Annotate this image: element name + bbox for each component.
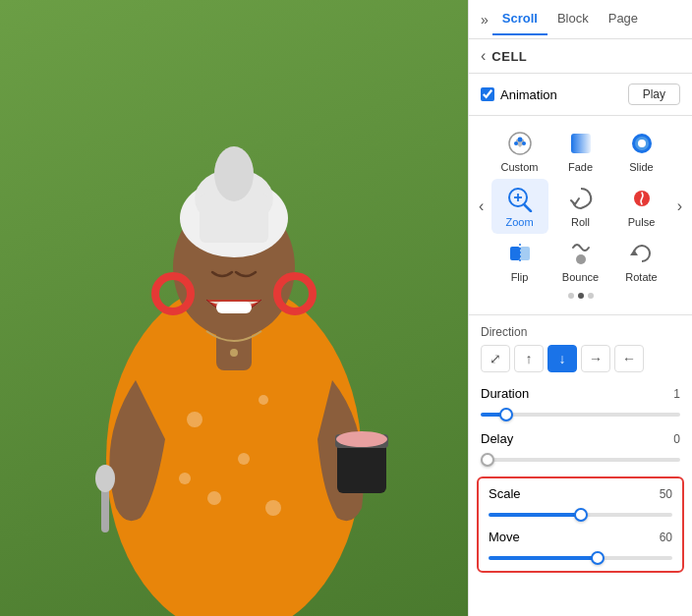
pulse-icon-box	[626, 185, 658, 212]
animation-checkbox-label[interactable]: Animation	[481, 87, 557, 102]
play-button[interactable]: Play	[628, 84, 680, 105]
nav-right-arrow[interactable]: ›	[675, 194, 684, 219]
duration-slider[interactable]	[481, 413, 680, 417]
dir-btn-up[interactable]: ↑	[514, 345, 544, 372]
pagination-dots	[477, 293, 684, 299]
svg-point-17	[95, 465, 115, 492]
dir-btn-down[interactable]: ↓	[548, 345, 577, 372]
svg-point-4	[259, 395, 268, 405]
cell-label: CELL	[491, 49, 527, 64]
tabs-row: » Scroll Block Page	[469, 0, 692, 39]
roll-icon-box	[565, 185, 597, 212]
delay-row: Delay 0	[481, 431, 680, 446]
bounce-icon	[567, 240, 595, 267]
svg-point-6	[265, 500, 281, 516]
scale-slider[interactable]	[489, 513, 672, 517]
breadcrumb: ‹ CELL	[469, 39, 692, 74]
dir-btn-diagonal[interactable]: ⤢	[481, 345, 510, 372]
slide-label: Slide	[629, 161, 653, 173]
divider-2	[469, 314, 692, 315]
custom-icon	[506, 130, 534, 157]
animation-row: Animation Play	[469, 74, 692, 113]
nav-left-arrow[interactable]: ‹	[477, 194, 486, 219]
right-panel: » Scroll Block Page ‹ CELL Animation Pla…	[468, 0, 692, 616]
svg-marker-39	[630, 250, 638, 255]
svg-point-5	[179, 473, 191, 484]
flip-label: Flip	[511, 271, 529, 283]
delay-label: Delay	[481, 431, 513, 446]
svg-rect-26	[571, 134, 591, 153]
tab-block[interactable]: Block	[548, 3, 599, 35]
svg-point-25	[514, 141, 518, 145]
anim-roll[interactable]: Roll	[552, 179, 609, 234]
duration-value: 1	[661, 387, 680, 401]
svg-point-2	[238, 453, 250, 465]
back-arrow-icon[interactable]: ‹	[481, 47, 486, 65]
svg-point-1	[187, 412, 202, 427]
animation-grid: Custom	[469, 118, 692, 312]
divider-1	[469, 115, 692, 116]
flip-icon	[506, 240, 534, 267]
anim-custom[interactable]: Custom	[491, 124, 548, 179]
svg-point-24	[522, 141, 526, 145]
scale-label: Scale	[489, 486, 521, 501]
anim-items-row1: Custom	[477, 124, 684, 179]
anim-fade[interactable]: Fade	[552, 124, 609, 179]
dot-3	[588, 293, 594, 299]
zoom-icon-box	[504, 185, 536, 212]
duration-row: Duration 1	[481, 386, 680, 401]
slide-icon-box	[626, 130, 658, 157]
collapse-button[interactable]: »	[477, 8, 492, 31]
anim-slide[interactable]: Slide	[613, 124, 670, 179]
tab-scroll[interactable]: Scroll	[492, 3, 548, 35]
anim-rotate[interactable]: Rotate	[613, 234, 670, 289]
delay-slider[interactable]	[481, 458, 680, 462]
svg-rect-35	[510, 247, 520, 260]
svg-point-23	[517, 138, 522, 142]
bounce-label: Bounce	[562, 271, 599, 283]
scale-row: Scale 50	[489, 486, 672, 501]
svg-rect-13	[216, 302, 252, 313]
pulse-label: Pulse	[628, 216, 656, 228]
move-slider[interactable]	[489, 556, 672, 560]
move-value: 60	[653, 531, 672, 544]
dot-1	[568, 293, 574, 299]
pulse-icon	[628, 185, 656, 212]
move-label: Move	[489, 530, 520, 544]
roll-icon	[567, 185, 595, 212]
svg-line-31	[524, 204, 531, 211]
bounce-icon-box	[565, 240, 597, 267]
dir-btn-right[interactable]: →	[581, 345, 610, 372]
scale-value: 50	[653, 487, 672, 501]
flip-icon-box	[504, 240, 536, 267]
anim-bounce[interactable]: Bounce	[552, 234, 609, 289]
anim-row-1: Custom	[477, 124, 684, 179]
image-panel	[0, 0, 468, 616]
animation-checkbox[interactable]	[481, 87, 494, 101]
anim-flip[interactable]: Flip	[491, 234, 548, 289]
zoom-icon	[504, 185, 536, 212]
slide-icon	[628, 130, 656, 157]
zoom-label: Zoom	[505, 216, 533, 228]
fade-icon-box	[565, 130, 597, 157]
person-illustration	[47, 46, 421, 616]
anim-row-3: Flip Bounce	[477, 234, 684, 289]
move-section: Move 60	[489, 526, 672, 563]
duration-label: Duration	[481, 386, 529, 401]
roll-label: Roll	[571, 216, 590, 228]
rotate-label: Rotate	[625, 271, 657, 283]
fade-label: Fade	[568, 161, 593, 173]
svg-point-3	[207, 491, 221, 505]
direction-section: Direction ⤢ ↑ ↓ → ←	[469, 317, 692, 380]
anim-items-row2: Zoom Roll	[486, 179, 674, 234]
scale-move-section: Scale 50 Move 60	[477, 476, 684, 573]
duration-section: Duration 1	[469, 380, 692, 425]
tab-page[interactable]: Page	[599, 3, 648, 35]
anim-zoom[interactable]: Zoom	[491, 179, 548, 234]
delay-section: Delay 0	[469, 425, 692, 471]
rotate-icon	[628, 240, 656, 267]
anim-pulse[interactable]: Pulse	[613, 179, 670, 234]
custom-label: Custom	[501, 161, 539, 173]
animation-label: Animation	[500, 87, 557, 102]
dir-btn-left[interactable]: ←	[614, 345, 644, 372]
